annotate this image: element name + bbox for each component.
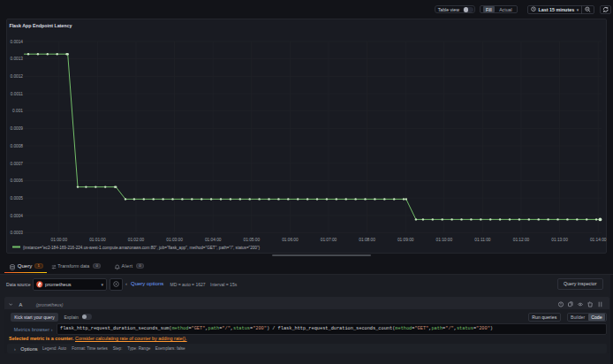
svg-text:0.001: 0.001 [12, 109, 23, 113]
svg-text:01:06:00: 01:06:00 [282, 238, 299, 242]
svg-text:0.0013: 0.0013 [10, 57, 23, 61]
svg-text:01:03:00: 01:03:00 [166, 238, 183, 242]
svg-text:01:00:00: 01:00:00 [51, 238, 68, 242]
svg-text:01:12:00: 01:12:00 [513, 238, 530, 242]
svg-text:01:09:00: 01:09:00 [397, 238, 414, 242]
svg-text:01:02:00: 01:02:00 [128, 238, 145, 242]
svg-text:0.0014: 0.0014 [10, 40, 23, 44]
svg-text:01:08:00: 01:08:00 [359, 238, 375, 242]
svg-text:0.0011: 0.0011 [11, 92, 24, 96]
svg-text:01:14:00: 01:14:00 [590, 238, 607, 242]
svg-text:0.0012: 0.0012 [10, 74, 23, 79]
svg-text:01:05:00: 01:05:00 [244, 238, 261, 242]
svg-text:01:11:00: 01:11:00 [474, 238, 490, 242]
svg-text:{instance="ec2-184-169-216-224: {instance="ec2-184-169-216-224.us-west-1… [23, 246, 261, 250]
svg-text:0.0006: 0.0006 [10, 178, 23, 183]
svg-text:01:01:00: 01:01:00 [89, 238, 106, 242]
svg-text:01:04:00: 01:04:00 [205, 238, 222, 242]
svg-text:0.0003: 0.0003 [10, 231, 23, 235]
svg-text:01:13:00: 01:13:00 [551, 238, 568, 242]
svg-text:0.0007: 0.0007 [10, 162, 23, 166]
svg-text:01:07:00: 01:07:00 [321, 238, 337, 242]
svg-text:0.0009: 0.0009 [10, 126, 23, 131]
svg-text:01:10:00: 01:10:00 [436, 238, 453, 242]
svg-text:0.0004: 0.0004 [10, 214, 23, 218]
svg-text:0.0005: 0.0005 [10, 196, 23, 201]
svg-text:0.0008: 0.0008 [10, 144, 23, 148]
